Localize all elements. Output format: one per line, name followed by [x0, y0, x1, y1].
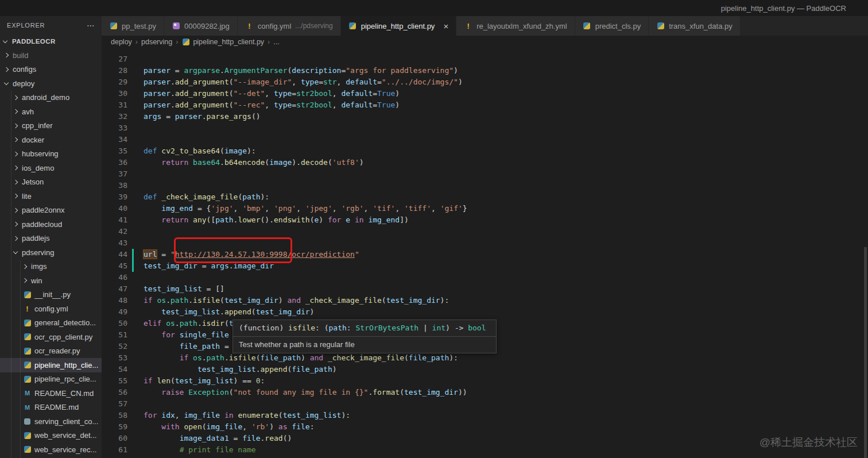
line-number: 60	[102, 433, 127, 444]
tree-item-label: lite	[22, 192, 32, 201]
tree-file-README.md[interactable]: MREADME.md	[0, 401, 102, 415]
indent-guide	[20, 260, 21, 458]
breadcrumb[interactable]: deploy›pdserving›pipeline_http_client.py…	[102, 36, 868, 48]
python-file-icon	[656, 22, 665, 30]
python-file-icon	[23, 431, 32, 440]
tree-file-pipeline_rpc_clie...[interactable]: pipeline_rpc_clie...	[0, 372, 102, 387]
tree-folder-win[interactable]: win	[0, 274, 102, 288]
code-text	[127, 168, 144, 180]
chevron-right-icon	[22, 278, 27, 283]
chevron-right-icon	[13, 152, 18, 156]
tree-file-README_CN.md[interactable]: MREADME_CN.md	[0, 386, 102, 401]
indent-guide	[11, 91, 11, 458]
tree-folder-lite[interactable]: lite	[0, 189, 102, 203]
tree-folder-android_demo[interactable]: android_demo	[0, 91, 102, 105]
python-file-icon	[23, 318, 32, 327]
code-text	[127, 398, 144, 410]
tree-file-web_service_det...[interactable]: web_service_det...	[0, 429, 102, 443]
breadcrumb-label: pipeline_http_client.py	[193, 38, 264, 46]
scrollbar[interactable]	[864, 247, 867, 458]
code-line-31: 31parser.add_argument("--rec", type=str2…	[102, 99, 868, 111]
chevron-right-icon	[13, 166, 18, 170]
hover-tooltip: (function) isfile: (path: StrOrBytesPath…	[232, 320, 497, 353]
code-line-28: 28parser = argparse.ArgumentParser(descr…	[102, 65, 868, 76]
tree-folder-avh[interactable]: avh	[0, 105, 102, 119]
code-line-27: 27	[102, 53, 868, 65]
line-number: 37	[102, 168, 127, 180]
tree-folder-paddlejs[interactable]: paddlejs	[0, 232, 102, 246]
tree-folder-hubserving[interactable]: hubserving	[0, 147, 102, 161]
tab-pipeline_http_client.py[interactable]: pipeline_http_client.py×	[341, 16, 456, 36]
tab-close-icon[interactable]: ×	[443, 22, 448, 30]
tree-file-ocr_reader.py[interactable]: ocr_reader.py	[0, 344, 102, 359]
more-actions-icon[interactable]: ⋯	[87, 21, 95, 30]
tree-folder-pdserving[interactable]: pdserving	[0, 245, 102, 260]
tab-config.yml[interactable]: !config.yml.../pdserving	[238, 16, 341, 36]
tree-folder-docker[interactable]: docker	[0, 133, 102, 147]
tree-folder-configs[interactable]: configs	[0, 63, 102, 77]
line-number: 52	[102, 341, 127, 352]
code-line-34: 34	[102, 134, 868, 145]
tree-file-general_detectio...[interactable]: general_detectio...	[0, 316, 102, 330]
tree-file-ocr_cpp_client.py[interactable]: ocr_cpp_client.py	[0, 330, 102, 344]
breadcrumb-item-pipeline_http_client.py[interactable]: pipeline_http_client.py	[181, 38, 264, 47]
code-line-41: 41 return any([path.lower().endswith(e) …	[102, 214, 868, 226]
python-file-icon	[348, 22, 357, 30]
line-number: 47	[102, 283, 127, 295]
tree-file-pipeline_http_clie...[interactable]: pipeline_http_clie...	[0, 358, 102, 372]
chevron-right-icon	[13, 180, 18, 184]
tree-item-label: paddle2onnx	[22, 206, 64, 214]
explorer-root-folder[interactable]: PADDLEOCR	[0, 34, 102, 48]
code-text: img_end = {'jpg', 'bmp', 'png', 'jpeg', …	[127, 203, 467, 214]
tree-file-web_service_rec...[interactable]: web_service_rec...	[0, 442, 102, 457]
tree-item-label: docker	[22, 136, 44, 144]
root-folder-label: PADDLEOCR	[12, 38, 56, 45]
code-text: parser.add_argument("--rec", type=str2bo…	[127, 99, 400, 111]
tree-folder-paddle2onnx[interactable]: paddle2onnx	[0, 203, 102, 218]
tab-pp_test.py[interactable]: pp_test.py	[102, 16, 164, 36]
line-number: 46	[102, 272, 127, 283]
breadcrumb-item-deploy[interactable]: deploy	[111, 38, 132, 46]
tree-folder-build[interactable]: build	[0, 48, 102, 63]
tree-folder-Jetson[interactable]: Jetson	[0, 175, 102, 190]
tab-00009282.jpg[interactable]: 00009282.jpg	[164, 16, 238, 36]
code-text: return base64.b64encode(image).decode('u…	[127, 157, 364, 168]
explorer-header: EXPLORER ⋯	[0, 16, 102, 34]
file-tree: buildconfigsdeployandroid_demoavhcpp_inf…	[0, 48, 102, 458]
tab-re_layoutxlm_xfund_zh.yml[interactable]: !re_layoutxlm_xfund_zh.yml	[456, 16, 575, 36]
breadcrumb-item-pdserving[interactable]: pdserving	[141, 38, 172, 46]
tree-file-__init__.py[interactable]: __init__.py	[0, 288, 102, 302]
breadcrumb-label: pdserving	[141, 38, 172, 46]
tree-item-label: ios_demo	[22, 164, 54, 172]
tree-folder-ios_demo[interactable]: ios_demo	[0, 161, 102, 175]
tab-predict_cls.py[interactable]: predict_cls.py	[575, 16, 649, 36]
tree-item-label: win	[31, 276, 42, 285]
breadcrumb-item-...[interactable]: ...	[273, 38, 279, 46]
line-number: 42	[102, 226, 127, 237]
code-text	[127, 272, 144, 283]
code-line-47: 47test_img_list = []	[102, 283, 868, 295]
tree-item-label: ocr_cpp_client.py	[34, 333, 92, 341]
tree-folder-cpp_infer[interactable]: cpp_infer	[0, 119, 102, 133]
tree-folder-paddlecloud[interactable]: paddlecloud	[0, 217, 102, 232]
line-number: 53	[102, 352, 127, 364]
code-line-53: 53 if os.path.isfile(file_path) and _che…	[102, 352, 868, 364]
python-file-icon	[23, 290, 32, 299]
line-number: 48	[102, 295, 127, 306]
code-text: parser.add_argument("--det", type=str2bo…	[127, 88, 400, 99]
tree-item-label: web_service_rec...	[34, 445, 96, 454]
breadcrumb-separator-icon: ›	[268, 38, 270, 46]
tree-folder-deploy[interactable]: deploy	[0, 76, 102, 91]
tree-item-label: deploy	[13, 79, 34, 88]
code-line-36: 36 return base64.b64encode(image).decode…	[102, 157, 868, 168]
code-text: def _check_image_file(path):	[127, 191, 269, 203]
tab-trans_xfun_data.py[interactable]: trans_xfun_data.py	[649, 16, 741, 36]
python-file-icon	[23, 361, 32, 370]
watermark: @稀土掘金技术社区	[760, 435, 858, 450]
tree-folder-imgs[interactable]: imgs	[0, 260, 102, 274]
tree-file-serving_client_co...[interactable]: serving_client_co...	[0, 414, 102, 429]
tree-file-config.yml[interactable]: !config.yml	[0, 302, 102, 316]
image-file-icon	[172, 22, 180, 30]
tab-label: 00009282.jpg	[184, 22, 230, 30]
code-text	[127, 180, 144, 191]
